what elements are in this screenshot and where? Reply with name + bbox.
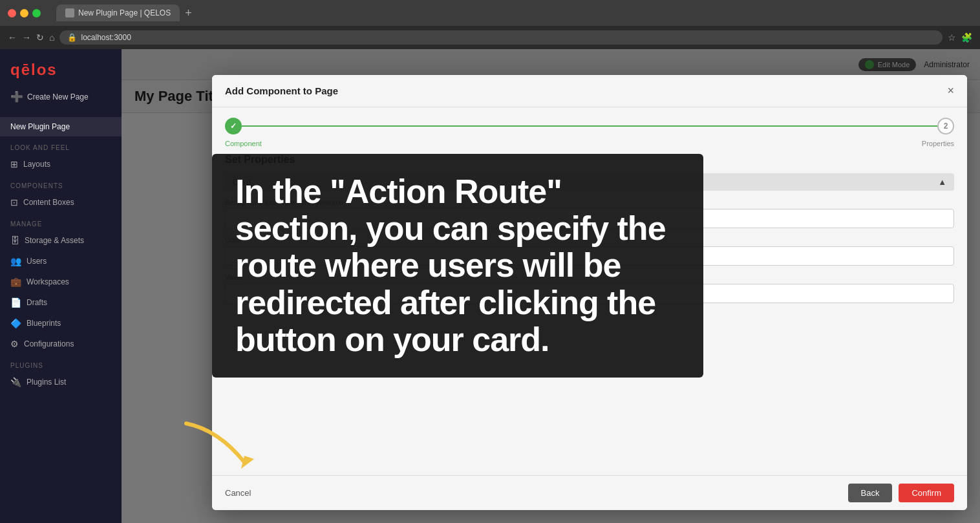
modal-body: Set Properties Card ▲ Background Icon fr… — [212, 154, 967, 475]
main-content: Edit Mode Administrator My Page Title ⎘ … — [122, 49, 980, 523]
back-button[interactable]: Back — [848, 484, 893, 502]
sidebar: qēlos ➕ Create New Page New Plugin Page … — [0, 49, 122, 523]
sidebar-item-layouts[interactable]: ⊞ Layouts — [0, 154, 122, 175]
home-nav-button[interactable]: ⌂ — [49, 32, 54, 43]
forward-nav-button[interactable]: → — [22, 32, 31, 43]
step1-label: Component — [225, 140, 262, 147]
sidebar-item-configurations[interactable]: ⚙ Configurations — [0, 334, 122, 354]
sidebar-current-page-label: New Plugin Page — [10, 122, 70, 131]
sidebar-section-components: COMPONENTS — [0, 175, 122, 192]
content-boxes-icon: ⊡ — [10, 197, 18, 208]
sidebar-section-plugins: PLUGINS — [0, 354, 122, 372]
browser-chrome: New Plugin Page | QELOS + — [0, 0, 980, 26]
workspaces-icon: 💼 — [10, 277, 21, 287]
sidebar-item-blueprints[interactable]: 🔷 Blueprints — [0, 313, 122, 334]
sidebar-item-storage[interactable]: 🗄 Storage & Assets — [0, 230, 122, 251]
sidebar-item-configurations-label: Configurations — [24, 339, 74, 348]
star-icon: ☆ — [948, 32, 956, 43]
tab-favicon — [65, 8, 74, 17]
stepper: ✓ 2 — [212, 107, 967, 140]
add-component-modal: Add Component to Page × ✓ 2 Component Pr… — [212, 75, 967, 510]
close-traffic-light[interactable] — [8, 9, 16, 17]
configurations-icon: ⚙ — [10, 339, 19, 349]
sidebar-item-plugins-list[interactable]: 🔌 Plugins List — [0, 372, 122, 392]
tooltip-text: In the "Action Route" section, you can s… — [235, 173, 680, 358]
step1-circle: ✓ — [225, 118, 242, 134]
url-display: localhost:3000 — [81, 33, 131, 42]
traffic-lights — [8, 9, 41, 17]
blueprints-icon: 🔷 — [10, 318, 21, 328]
sidebar-item-drafts[interactable]: 📄 Drafts — [0, 292, 122, 313]
sidebar-item-content-boxes[interactable]: ⊡ Content Boxes — [0, 192, 122, 213]
sidebar-item-new-plugin-page[interactable]: New Plugin Page — [0, 117, 122, 136]
arrow-container — [180, 417, 257, 471]
sidebar-item-layouts-label: Layouts — [23, 160, 50, 169]
modal-title: Add Component to Page — [225, 85, 338, 96]
users-icon: 👥 — [10, 256, 21, 266]
sidebar-item-workspaces-label: Workspaces — [27, 277, 69, 286]
drafts-icon: 📄 — [10, 297, 21, 308]
back-nav-button[interactable]: ← — [8, 32, 17, 43]
lock-icon: 🔒 — [67, 33, 77, 42]
add-tab-button[interactable]: + — [185, 6, 192, 20]
minimize-traffic-light[interactable] — [20, 9, 28, 17]
address-bar[interactable]: 🔒 localhost:3000 — [59, 30, 943, 45]
modal-footer: Cancel Back Confirm — [212, 475, 967, 510]
logo-text: qēlos — [10, 61, 58, 78]
extension-icon: 🧩 — [961, 32, 972, 43]
step-line — [242, 125, 937, 127]
sidebar-logo: qēlos — [0, 49, 122, 87]
collapse-icon: ▲ — [938, 177, 946, 187]
extension-area: ☆ 🧩 — [948, 32, 972, 43]
confirm-button[interactable]: Confirm — [899, 484, 954, 502]
arrow-svg — [180, 417, 257, 469]
tab-title: New Plugin Page | QELOS — [78, 8, 171, 17]
create-new-page-button[interactable]: ➕ Create New Page — [8, 87, 114, 107]
sidebar-section-manage: MANAGE — [0, 213, 122, 230]
sidebar-item-workspaces[interactable]: 💼 Workspaces — [0, 272, 122, 292]
footer-right: Back Confirm — [848, 484, 954, 502]
sidebar-item-users-label: Users — [27, 257, 47, 266]
sidebar-item-drafts-label: Drafts — [27, 298, 47, 307]
step2-label: Properties — [922, 140, 954, 147]
browser-nav: ← → ↻ ⌂ 🔒 localhost:3000 ☆ 🧩 — [0, 26, 980, 49]
sidebar-item-blueprints-label: Blueprints — [27, 319, 61, 328]
sidebar-item-content-boxes-label: Content Boxes — [23, 198, 74, 207]
tooltip-overlay: In the "Action Route" section, you can s… — [212, 154, 703, 378]
sidebar-item-plugins-list-label: Plugins List — [27, 378, 66, 387]
create-new-page-label: Create New Page — [27, 92, 89, 101]
reload-nav-button[interactable]: ↻ — [36, 32, 44, 43]
storage-icon: 🗄 — [10, 235, 19, 246]
layouts-icon: ⊞ — [10, 159, 18, 169]
modal-close-button[interactable]: × — [947, 84, 954, 98]
browser-tab[interactable]: New Plugin Page | QELOS — [56, 5, 180, 21]
step-labels: Component Properties — [212, 140, 967, 154]
app-layout: qēlos ➕ Create New Page New Plugin Page … — [0, 49, 980, 523]
tab-bar: New Plugin Page | QELOS + — [56, 5, 972, 21]
modal-header: Add Component to Page × — [212, 75, 967, 107]
step2-circle: 2 — [937, 118, 954, 134]
cancel-button[interactable]: Cancel — [225, 488, 251, 498]
sidebar-item-users[interactable]: 👥 Users — [0, 251, 122, 272]
plus-icon: ➕ — [10, 91, 23, 103]
sidebar-section-look-and-feel: LOOK AND FEEL — [0, 136, 122, 154]
maximize-traffic-light[interactable] — [32, 9, 41, 17]
plugins-icon: 🔌 — [10, 377, 21, 387]
step2-number: 2 — [944, 122, 948, 131]
sidebar-item-storage-label: Storage & Assets — [25, 236, 84, 245]
